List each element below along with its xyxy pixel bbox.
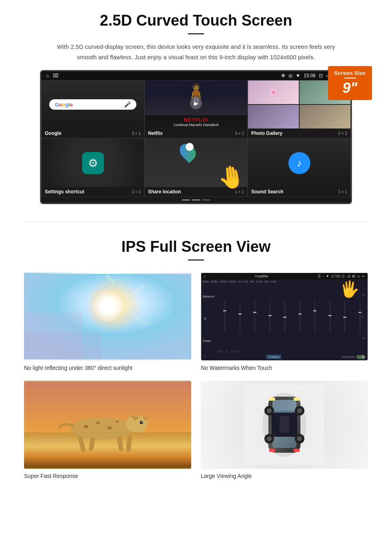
- netflix-logo: NETFLIX: [147, 117, 245, 123]
- gallery-app-size: 2 × 2: [338, 131, 347, 136]
- title-underline: [188, 33, 204, 34]
- wifi-icon: ▼: [296, 73, 300, 78]
- car-image: [201, 381, 368, 469]
- svg-point-19: [116, 420, 119, 423]
- eq-toggle-knob: [362, 355, 365, 359]
- eq-scale: 10 0 -10: [362, 284, 368, 349]
- status-left-icons: ⌂ ⌧: [46, 73, 58, 78]
- play-button[interactable]: ▶: [190, 97, 202, 109]
- gallery-app-name: Photo Gallery: [251, 130, 282, 136]
- eq-freq-60hz: 60hz: [203, 280, 209, 283]
- badge-size: 9": [334, 80, 366, 96]
- netflix-thumbnail: 🧍 ▶ NETFLIX Continue Marvel's Daredevil: [145, 80, 247, 128]
- eq-freq-15k: 15k: [264, 280, 268, 283]
- eq-scale-10: 10: [362, 293, 368, 296]
- badge-underline: [344, 78, 356, 78]
- eq-freq-200hz: 200hz: [220, 280, 227, 283]
- eq-freq-2-5k: 2.5k: [243, 280, 248, 283]
- eq-balance-label: Balance: [203, 295, 216, 298]
- screen-size-badge: Screen Size 9": [328, 66, 372, 100]
- google-app-name: Google: [45, 130, 61, 136]
- app-grid-top: Google 🎤 Google 3 × 1 🧍: [41, 80, 351, 138]
- google-logo: Google: [55, 102, 73, 108]
- app-cell-share-location[interactable]: 🤚 Share location 1 × 1: [144, 138, 248, 197]
- eq-custom-button[interactable]: Custom: [266, 355, 282, 359]
- eq-time: 17:33: [331, 274, 340, 278]
- svg-point-43: [297, 436, 302, 441]
- eq-slider-9: [338, 301, 352, 333]
- svg-rect-35: [294, 449, 300, 452]
- svg-point-41: [267, 436, 272, 441]
- feature-watermarks: ⌂ Amplifier ☰ ·· ▼ 17:33 ⊡ ◁) ⊠ ▭ ↩: [201, 273, 368, 371]
- settings-icon-wrapper: ⚙: [82, 152, 104, 174]
- section-curved-screen: 2.5D Curved Touch Screen With 2.5D curve…: [0, 0, 392, 214]
- svg-point-15: [141, 422, 142, 423]
- eq-arr-icon: ↩: [362, 274, 365, 278]
- google-search-bar[interactable]: Google 🎤: [49, 99, 136, 110]
- svg-point-2: [104, 295, 123, 315]
- eq-sliders: [218, 301, 367, 333]
- watermarks-label: No Watermarks When Touch: [201, 365, 368, 371]
- section1-title: 2.5D Curved Touch Screen: [24, 12, 368, 29]
- sound-search-thumbnail: ♪: [248, 139, 350, 187]
- gallery-mini-1: 🌸: [248, 80, 299, 104]
- section-divider: [24, 222, 368, 222]
- eq-title: Amplifier: [254, 274, 268, 278]
- eq-scale-0: 0: [362, 315, 368, 318]
- eq-slider-8: [323, 301, 337, 333]
- app-cell-google[interactable]: Google 🎤 Google 3 × 1: [41, 80, 144, 138]
- device-screen: ⌂ ⌧ ✻ ◎ ▼ 15:06 ⊡ ◁) ⊠ ▭: [40, 70, 352, 204]
- eq-db-values: 340-300: [217, 349, 368, 353]
- features-grid: No light reflecting under 360° direct su…: [24, 273, 368, 479]
- eq-loudness-toggle[interactable]: [356, 355, 365, 359]
- netflix-label: Netflix 3 × 2: [145, 128, 247, 138]
- car-svg: [244, 385, 324, 465]
- eq-bottom-bar: ‹‹ Custom loudness: [201, 353, 368, 360]
- google-thumbnail: Google 🎤: [42, 80, 144, 128]
- pagination-dots: [41, 197, 351, 203]
- eq-slider-7: [308, 301, 322, 333]
- app-cell-settings[interactable]: ⚙ Settings shortcut 1 × 1: [41, 138, 144, 197]
- eq-freq-sub: SUB: [270, 280, 276, 283]
- section2-title: IPS Full Screen View: [24, 238, 368, 255]
- app-cell-netflix[interactable]: 🧍 ▶ NETFLIX Continue Marvel's Daredevil …: [144, 80, 248, 138]
- sunlight-image: [24, 273, 191, 361]
- gallery-label: Photo Gallery 2 × 2: [248, 128, 350, 138]
- pointing-hand-icon: 🤚: [216, 163, 247, 192]
- svg-point-16: [84, 425, 89, 428]
- settings-label: Settings shortcut 1 × 1: [42, 187, 144, 197]
- svg-rect-31: [272, 437, 296, 448]
- app-cell-sound-search[interactable]: ♪ Sound Search 1 × 1: [248, 138, 351, 197]
- section1-description: With 2.5D curved-display screen, this de…: [56, 42, 336, 62]
- netflix-app-size: 3 × 2: [235, 131, 244, 136]
- share-location-app-size: 1 × 1: [235, 190, 244, 194]
- gear-icon: ⚙: [88, 157, 98, 170]
- usb-icon: ⌧: [53, 73, 58, 78]
- dot-3: [202, 199, 210, 201]
- eq-slider-6: [293, 301, 307, 333]
- eq-inner: ⌂ Amplifier ☰ ·· ▼ 17:33 ⊡ ◁) ⊠ ▭ ↩: [201, 273, 368, 360]
- google-app-size: 3 × 1: [132, 131, 141, 136]
- sunlight-svg: [24, 273, 191, 361]
- gallery-mini-4: [300, 105, 350, 128]
- car-label: Large Viewing Angle: [201, 473, 368, 479]
- svg-rect-44: [280, 416, 289, 433]
- gallery-mini-3: [248, 105, 299, 128]
- svg-rect-34: [269, 449, 275, 452]
- eq-dot-icon: ··: [322, 274, 324, 278]
- cheetah-image: [24, 381, 191, 469]
- eq-status-icons: ☰ ·· ▼ 17:33 ⊡ ◁) ⊠ ▭ ↩: [318, 274, 365, 278]
- home-icon: ⌂: [46, 73, 49, 78]
- svg-point-10: [71, 418, 133, 440]
- netflix-app-name: Netflix: [148, 130, 163, 136]
- eq-scale-neg10: -10: [362, 337, 368, 339]
- settings-app-name: Settings shortcut: [45, 189, 84, 195]
- camera-icon: ⊡: [319, 73, 323, 78]
- eq-slider-5: [278, 301, 292, 333]
- eq-chart-row: Balance ◁) Fader 10 0 -10: [201, 284, 368, 353]
- feature-car: Large Viewing Angle: [201, 381, 368, 479]
- dot-1: [182, 199, 190, 201]
- eq-wifi-icon: ▼: [326, 274, 330, 278]
- svg-point-17: [96, 422, 100, 424]
- netflix-overlay: NETFLIX Continue Marvel's Daredevil: [145, 115, 247, 128]
